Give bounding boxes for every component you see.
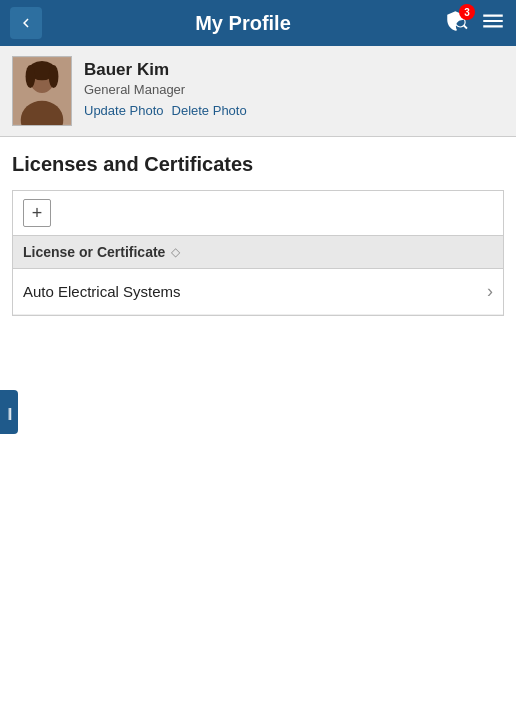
- side-handle-icon: ||: [8, 405, 11, 420]
- update-photo-link[interactable]: Update Photo: [84, 103, 164, 118]
- page-title: My Profile: [42, 12, 444, 35]
- side-handle[interactable]: ||: [0, 390, 18, 434]
- profile-info: Bauer Kim General Manager Update Photo D…: [84, 56, 247, 118]
- profile-name: Bauer Kim: [84, 60, 247, 80]
- column-header-row: License or Certificate ◇: [13, 236, 503, 269]
- notification-badge: 3: [459, 4, 475, 20]
- sort-icon[interactable]: ◇: [171, 245, 180, 259]
- profile-job-title: General Manager: [84, 82, 247, 97]
- svg-point-5: [49, 65, 59, 88]
- avatar: [12, 56, 72, 126]
- profile-links: Update Photo Delete Photo: [84, 103, 247, 118]
- column-header-text: License or Certificate: [23, 244, 165, 260]
- add-row: +: [13, 191, 503, 236]
- delete-photo-link[interactable]: Delete Photo: [172, 103, 247, 118]
- licenses-section: Licenses and Certificates + License or C…: [0, 137, 516, 316]
- license-row[interactable]: Auto Electrical Systems ›: [13, 269, 503, 315]
- profile-section: Bauer Kim General Manager Update Photo D…: [0, 46, 516, 137]
- add-license-button[interactable]: +: [23, 199, 51, 227]
- back-button[interactable]: [10, 7, 42, 39]
- chevron-right-icon: ›: [487, 281, 493, 302]
- license-name: Auto Electrical Systems: [23, 283, 181, 300]
- licenses-table: + License or Certificate ◇ Auto Electric…: [12, 190, 504, 316]
- svg-point-4: [26, 65, 36, 88]
- header: My Profile 3: [0, 0, 516, 46]
- header-actions: 3: [444, 8, 506, 38]
- licenses-heading: Licenses and Certificates: [12, 153, 504, 176]
- notification-icon[interactable]: 3: [444, 8, 470, 38]
- menu-icon[interactable]: [480, 8, 506, 38]
